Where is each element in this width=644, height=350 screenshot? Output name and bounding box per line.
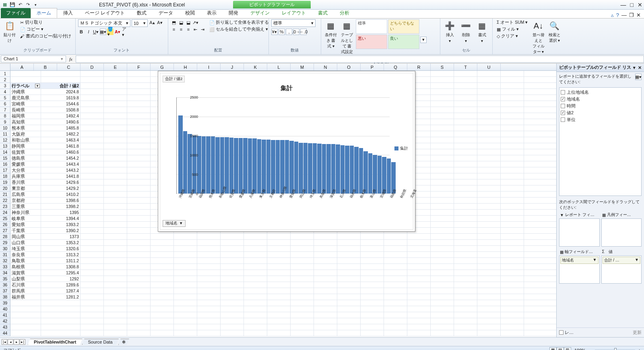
align-center-icon[interactable]: ≡ <box>178 26 184 33</box>
fill-color-button[interactable]: 🪣▾ <box>107 29 114 35</box>
border-button[interactable]: ▦▾ <box>100 29 106 35</box>
row-header[interactable]: 37 <box>0 288 10 294</box>
chart-bar[interactable] <box>387 159 391 194</box>
chart-bar[interactable] <box>341 145 345 194</box>
number-format-combo[interactable]: 標準▾ <box>271 19 316 27</box>
col-header-C[interactable]: C <box>57 64 80 70</box>
copy-button[interactable]: 📄 コピー ▾ <box>19 26 73 33</box>
chart-bar[interactable] <box>373 155 377 194</box>
sheet-tab-source-data[interactable]: Source Data <box>82 339 119 345</box>
view-page-break-icon[interactable]: ▥ <box>564 347 571 350</box>
row-header[interactable]: 15 <box>0 155 10 161</box>
pivot-value-cell[interactable]: 1390.2 <box>41 228 80 233</box>
chart-bar[interactable] <box>206 136 211 194</box>
field-checkbox[interactable] <box>561 90 565 95</box>
pivot-value-cell[interactable]: 1429.6 <box>41 179 80 185</box>
pivot-value-cell[interactable]: 1395 <box>41 210 80 215</box>
tab-view[interactable]: 表示 <box>201 8 223 18</box>
tab-analyze[interactable]: 分析 <box>334 8 355 18</box>
align-top-icon[interactable]: ⬒ <box>171 19 177 26</box>
chart-bar[interactable] <box>299 143 303 194</box>
chart-bar[interactable] <box>280 140 285 194</box>
pivot-value-cell[interactable]: 1429.2 <box>41 185 80 191</box>
row-header[interactable]: 8 <box>0 113 10 119</box>
dec-decimal-icon[interactable]: ←.0 <box>300 29 307 35</box>
col-header-K[interactable]: K <box>244 64 267 70</box>
pivot-row-label[interactable]: 東京都 <box>10 185 41 191</box>
chart-bar[interactable] <box>220 137 225 194</box>
row-header[interactable]: 10 <box>0 125 10 131</box>
grow-font-icon[interactable]: A▴ <box>149 19 155 26</box>
pivot-value-cell[interactable]: 1485.8 <box>41 125 80 131</box>
save-icon[interactable]: 💾 <box>9 2 16 8</box>
col-header-O[interactable]: O <box>337 64 361 70</box>
col-header-E[interactable]: E <box>104 64 127 70</box>
chart-bar[interactable] <box>178 115 183 194</box>
pivot-row-label[interactable]: 福井県 <box>10 294 41 300</box>
pivot-row-label[interactable]: 群馬県 <box>10 288 41 294</box>
pivot-value-cell[interactable]: 1308.8 <box>41 264 80 270</box>
row-header[interactable]: 3 <box>0 83 10 89</box>
chart-bar[interactable] <box>289 141 294 194</box>
pivot-row-label[interactable]: 奈良県 <box>10 252 41 257</box>
chart-bar[interactable] <box>331 144 336 194</box>
pivot-value-cell[interactable]: 1460.6 <box>41 149 80 155</box>
chart-bar[interactable] <box>257 139 262 194</box>
defer-layout-checkbox[interactable] <box>559 330 564 335</box>
pivot-value-cell[interactable]: 1461.8 <box>41 143 80 149</box>
new-sheet-button[interactable]: ✻ <box>118 339 129 345</box>
row-header[interactable]: 21 <box>0 191 10 198</box>
wb-minimize-icon[interactable]: — <box>621 12 627 18</box>
pivot-value-cell[interactable]: 1508.8 <box>41 107 80 113</box>
row-header[interactable]: 9 <box>0 119 10 125</box>
zone-axis-item[interactable]: 地域名▼ <box>560 257 599 264</box>
col-header-N[interactable]: N <box>314 64 337 70</box>
row-header[interactable]: 25 <box>0 216 10 222</box>
cell-styles-gallery[interactable]: 標準 悪い どちらでもない 良い ▾ <box>356 19 427 60</box>
row-header[interactable]: 19 <box>0 179 10 185</box>
pivot-row-label[interactable]: 神奈川県 <box>10 210 41 215</box>
row-header[interactable]: 28 <box>0 234 10 240</box>
col-header-Q[interactable]: Q <box>384 64 407 70</box>
update-button[interactable]: 更新 <box>633 329 642 336</box>
insert-cells-button[interactable]: ➕挿入▾ <box>443 19 457 47</box>
col-header-L[interactable]: L <box>267 64 291 70</box>
chart-bar[interactable] <box>183 131 188 194</box>
wb-restore-icon[interactable]: ❐ <box>629 12 634 18</box>
zone-axis[interactable]: 地域名▼ <box>559 255 600 284</box>
chart-bar[interactable] <box>382 157 386 194</box>
zone-values[interactable]: 合計 / …▼ <box>601 255 642 284</box>
chart-bar[interactable] <box>234 138 238 194</box>
format-as-table-button[interactable]: ▦テーブルとして 書式設定 ▾ <box>340 19 354 60</box>
row-header[interactable]: 42 <box>0 318 10 324</box>
chart-bar[interactable] <box>313 143 317 194</box>
chart-bar[interactable] <box>188 134 192 194</box>
indent-dec-icon[interactable]: ⇤ <box>192 26 199 33</box>
row-header[interactable]: 6 <box>0 101 10 107</box>
row-header[interactable]: 2 <box>0 77 10 83</box>
pivot-row-label[interactable]: 高知県 <box>10 119 41 125</box>
row-header[interactable]: 5 <box>0 95 10 101</box>
row-header[interactable]: 24 <box>0 210 10 216</box>
row-header[interactable]: 33 <box>0 264 10 270</box>
redo-icon[interactable]: ↷ <box>25 2 31 8</box>
row-header[interactable]: 1 <box>0 71 10 77</box>
sheet-nav-first-icon[interactable]: |◂ <box>2 339 7 345</box>
pivot-value-cell[interactable]: 1544.6 <box>41 101 80 107</box>
formula-bar[interactable] <box>76 56 644 63</box>
chart-bar[interactable] <box>276 140 280 194</box>
format-cells-button[interactable]: ▦書式▾ <box>475 19 489 47</box>
fill-button[interactable]: ▦ フィル ▾ <box>495 26 530 33</box>
col-header-G[interactable]: G <box>151 64 174 70</box>
row-header[interactable]: 12 <box>0 137 10 143</box>
row-header[interactable]: 18 <box>0 173 10 179</box>
pivot-row-labels-header[interactable]: 行ラベル▾ <box>10 83 41 89</box>
pivot-row-label[interactable]: 兵庫県 <box>10 173 41 179</box>
name-box[interactable]: Chart 1▾ <box>1 56 66 62</box>
chart-bar[interactable] <box>243 138 248 194</box>
chart-bar[interactable] <box>248 138 252 194</box>
chart-bar[interactable] <box>308 143 312 194</box>
pivot-row-label[interactable]: 三重県 <box>10 204 41 209</box>
pivot-value-cell[interactable]: 1398.2 <box>41 204 80 209</box>
col-header-R[interactable]: R <box>407 64 431 70</box>
